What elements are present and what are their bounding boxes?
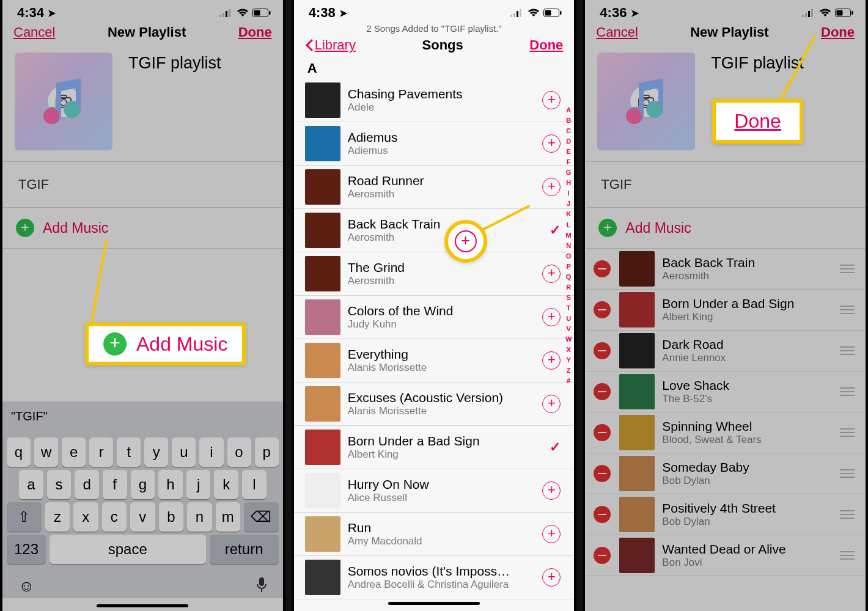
- index-letter[interactable]: #: [565, 376, 572, 386]
- home-indicator[interactable]: [97, 604, 188, 607]
- remove-button[interactable]: [594, 465, 611, 482]
- keyboard[interactable]: "TGIF" qwertyuiop asdfghjkl ⇧zxcvbnm⌫ 12…: [2, 401, 283, 611]
- remove-button[interactable]: [594, 342, 611, 359]
- reorder-handle[interactable]: [839, 306, 856, 314]
- key-t[interactable]: t: [117, 437, 141, 467]
- add-song-button[interactable]: +: [542, 134, 561, 153]
- index-letter[interactable]: Z: [565, 365, 572, 376]
- remove-button[interactable]: [594, 260, 611, 277]
- song-row[interactable]: Run Amy Macdonald +: [294, 513, 575, 556]
- add-song-button[interactable]: +: [542, 568, 561, 587]
- index-letter[interactable]: X: [565, 345, 572, 355]
- index-letter[interactable]: C: [565, 126, 572, 136]
- key-q[interactable]: q: [7, 437, 31, 467]
- song-row[interactable]: Road Runner Aerosmith +: [294, 166, 575, 209]
- playlist-track-row[interactable]: Wanted Dead or Alive Bon Jovi: [585, 535, 866, 576]
- add-song-button[interactable]: +: [542, 395, 561, 413]
- add-music-row[interactable]: + Add Music: [2, 208, 283, 249]
- key-x[interactable]: x: [73, 502, 98, 532]
- add-song-button[interactable]: +: [542, 525, 561, 543]
- index-letter[interactable]: B: [565, 115, 572, 126]
- reorder-handle[interactable]: [839, 551, 856, 560]
- song-row[interactable]: Excuses (Acoustic Version) Alanis Moriss…: [294, 382, 575, 426]
- playlist-track-row[interactable]: Positively 4th Street Bob Dylan: [585, 494, 866, 535]
- home-indicator[interactable]: [388, 602, 480, 605]
- back-button[interactable]: Library: [305, 37, 356, 53]
- key-f[interactable]: f: [103, 470, 127, 499]
- playlist-track-row[interactable]: Born Under a Bad Sign Albert King: [585, 290, 866, 331]
- playlist-name-field[interactable]: TGIF playlist: [128, 53, 221, 150]
- add-song-button[interactable]: +: [542, 91, 561, 109]
- index-letter[interactable]: Y: [565, 355, 572, 365]
- song-row[interactable]: Colors of the Wind Judy Kuhn +: [294, 296, 575, 339]
- remove-button[interactable]: [594, 547, 611, 564]
- song-row[interactable]: Adiemus Adiemus +: [294, 122, 575, 166]
- add-song-button[interactable]: +: [542, 481, 561, 500]
- key-c[interactable]: c: [102, 502, 127, 532]
- index-letter[interactable]: T: [565, 303, 572, 313]
- playlist-track-row[interactable]: Someday Baby Bob Dylan: [585, 453, 866, 494]
- key-l[interactable]: l: [242, 470, 267, 499]
- reorder-handle[interactable]: [839, 469, 856, 478]
- key-a[interactable]: a: [19, 470, 43, 499]
- index-letter[interactable]: I: [565, 188, 572, 199]
- key-g[interactable]: g: [131, 470, 155, 499]
- key-n[interactable]: n: [187, 502, 211, 532]
- key-⇧[interactable]: ⇧: [7, 502, 42, 532]
- done-button[interactable]: Done: [238, 24, 272, 40]
- key-u[interactable]: u: [172, 437, 196, 467]
- reorder-handle[interactable]: [839, 428, 856, 437]
- song-row[interactable]: Somos novios (It's Imposs… Andrea Bocell…: [294, 556, 575, 599]
- song-row[interactable]: Back Back Train Aerosmith ✓: [294, 209, 575, 252]
- add-song-button[interactable]: +: [542, 308, 561, 326]
- key-123[interactable]: 123: [7, 535, 46, 564]
- song-row[interactable]: Born Under a Bad Sign Albert King ✓: [294, 426, 575, 469]
- playlist-artwork[interactable]: [597, 53, 695, 150]
- reorder-handle[interactable]: [839, 510, 856, 519]
- index-letter[interactable]: R: [565, 282, 572, 293]
- add-song-button[interactable]: +: [542, 265, 561, 283]
- emoji-button[interactable]: ☺: [18, 577, 35, 597]
- key-p[interactable]: p: [255, 437, 279, 467]
- playlist-track-row[interactable]: Spinning Wheel Blood, Sweat & Tears: [585, 412, 866, 453]
- index-letter[interactable]: N: [565, 241, 572, 251]
- key-b[interactable]: b: [159, 502, 183, 532]
- cancel-button[interactable]: Cancel: [596, 24, 638, 40]
- key-d[interactable]: d: [75, 470, 99, 499]
- index-letter[interactable]: V: [565, 324, 572, 334]
- keyboard-suggestion[interactable]: "TGIF": [11, 409, 48, 423]
- remove-button[interactable]: [594, 383, 611, 400]
- index-letter[interactable]: U: [565, 313, 572, 324]
- playlist-description-field[interactable]: TGIF: [2, 162, 283, 208]
- index-letter[interactable]: D: [565, 136, 572, 147]
- playlist-track-row[interactable]: Back Back Train Aerosmith: [585, 249, 866, 290]
- index-letter[interactable]: E: [565, 147, 572, 157]
- key-y[interactable]: y: [144, 437, 168, 467]
- key-h[interactable]: h: [158, 470, 183, 499]
- index-letter[interactable]: G: [565, 167, 572, 178]
- reorder-handle[interactable]: [839, 346, 856, 355]
- reorder-handle[interactable]: [839, 387, 856, 396]
- songs-list[interactable]: Chasing Pavements Adele + Adiemus Adiemu…: [294, 79, 575, 599]
- reorder-handle[interactable]: [839, 265, 856, 273]
- playlist-track-row[interactable]: Love Shack The B-52's: [585, 371, 866, 412]
- index-letter[interactable]: M: [565, 230, 572, 241]
- remove-button[interactable]: [594, 301, 611, 318]
- key-i[interactable]: i: [199, 437, 223, 467]
- key-z[interactable]: z: [45, 502, 70, 532]
- add-song-button[interactable]: +: [542, 351, 561, 370]
- key-v[interactable]: v: [130, 502, 155, 532]
- index-letter[interactable]: P: [565, 262, 572, 272]
- index-letter[interactable]: W: [565, 334, 572, 345]
- key-return[interactable]: return: [210, 535, 279, 564]
- index-letter[interactable]: L: [565, 220, 572, 230]
- done-button[interactable]: Done: [529, 37, 563, 53]
- playlist-tracks[interactable]: Back Back Train Aerosmith Born Under a B…: [585, 249, 866, 576]
- index-letter[interactable]: A: [565, 105, 572, 115]
- index-letter[interactable]: H: [565, 178, 572, 188]
- key-e[interactable]: e: [62, 437, 86, 467]
- key-space[interactable]: space: [50, 535, 206, 564]
- index-letter[interactable]: K: [565, 209, 572, 219]
- dictation-button[interactable]: [256, 577, 267, 597]
- key-r[interactable]: r: [89, 437, 113, 467]
